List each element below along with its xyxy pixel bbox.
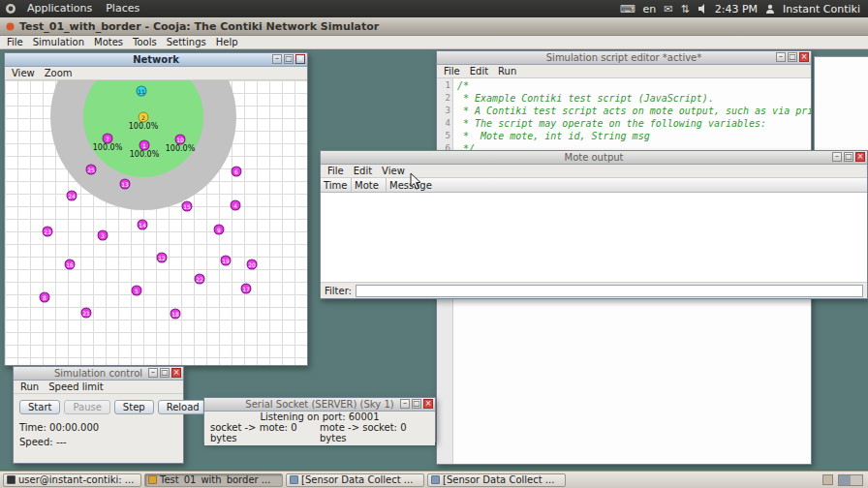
panel-menu-applications[interactable]: Applications [20, 0, 99, 17]
maximize-button[interactable]: □ [412, 399, 421, 409]
workspace-switcher[interactable] [838, 474, 863, 486]
keyboard-layout-label[interactable]: en [643, 3, 657, 15]
reload-button[interactable]: Reload [158, 400, 208, 414]
step-button[interactable]: Step [114, 400, 154, 414]
mote-5[interactable]: 5 [132, 286, 142, 296]
mote-output-table-body[interactable] [321, 193, 867, 282]
mote-3[interactable]: 3 [98, 230, 108, 241]
mote-24[interactable]: 24 [67, 191, 78, 201]
editor-menu-edit[interactable]: Edit [465, 66, 493, 76]
network-menubar: ViewZoom [5, 67, 307, 80]
maximize-button[interactable]: □ [160, 368, 170, 378]
mote-23[interactable]: 23 [43, 227, 53, 237]
code-line-row: 1/* [437, 80, 811, 93]
link-quality-label: 100.0% [93, 143, 123, 152]
network-menu-view[interactable]: View [7, 68, 40, 78]
mote-19[interactable]: 19 [221, 256, 232, 266]
mote-16[interactable]: 16 [65, 259, 76, 270]
mote-4[interactable]: 4 [231, 200, 241, 211]
mote-17[interactable]: 17 [241, 284, 252, 294]
editor-menu-run[interactable]: Run [493, 66, 521, 76]
column-header-time[interactable]: Time [321, 178, 352, 192]
mote-21[interactable]: 21 [81, 308, 92, 319]
simcontrol-menu-run[interactable]: Run [16, 381, 44, 392]
sync-icon[interactable]: ⇅ [680, 3, 689, 15]
mote-10[interactable]: 10 [175, 135, 186, 145]
taskbar-item-4[interactable]: [Sensor Data Collect ... [427, 473, 566, 487]
mote-9[interactable]: 9 [214, 225, 225, 235]
maximize-button[interactable]: □ [788, 52, 797, 62]
filter-input[interactable] [356, 285, 863, 297]
simcontrol-menu-speed-limit[interactable]: Speed limit [44, 381, 108, 392]
close-button[interactable]: × [171, 368, 181, 378]
serial-socket-titlebar[interactable]: Serial Socket (SERVER) (Sky 1) –□× [204, 398, 435, 412]
code-line-row: 2 * Example Contiki test script (JavaScr… [437, 93, 811, 106]
panel-menus: ApplicationsPlaces [20, 0, 146, 17]
cooja-menu-settings[interactable]: Settings [162, 37, 211, 47]
maximize-button[interactable]: □ [284, 54, 294, 64]
close-button[interactable]: × [295, 54, 305, 64]
clock[interactable]: 2:43 PM [715, 3, 758, 15]
taskbar-item-1[interactable]: user@instant-contiki: ... [3, 473, 141, 487]
moteoutput-menu-edit[interactable]: Edit [349, 166, 377, 176]
mote-14[interactable]: 14 [138, 220, 148, 230]
mail-icon[interactable]: ✉ [664, 3, 672, 15]
minimize-button[interactable]: – [776, 52, 786, 62]
moteoutput-menu-file[interactable]: File [323, 166, 349, 176]
mote-6[interactable]: 6 [232, 167, 242, 177]
taskbar-item-3[interactable]: [Sensor Data Collect ... [286, 473, 424, 487]
minimize-button[interactable]: – [272, 54, 282, 64]
mote-2[interactable]: 2 [139, 112, 149, 123]
distro-logo-icon[interactable] [0, 3, 20, 15]
moteoutput-menu-view[interactable]: View [377, 166, 410, 176]
mote-20[interactable]: 20 [247, 259, 258, 270]
close-button[interactable]: × [799, 52, 809, 62]
simulation-control-titlebar[interactable]: Simulation control –□× [14, 367, 183, 381]
script-editor-titlebar[interactable]: Simulation script editor *active* –□× [437, 51, 811, 65]
filter-label: Filter: [325, 286, 352, 296]
taskbar-item-2[interactable]: Test_01_with_border ... [144, 473, 283, 487]
mote-output-titlebar[interactable]: Mote output –□× [321, 151, 867, 165]
panel-menu-places[interactable]: Places [99, 0, 146, 17]
mote-11[interactable]: 11 [137, 86, 147, 97]
cooja-titlebar[interactable]: Test_01_with_border - Cooja: The Contiki… [0, 17, 868, 36]
cooja-menu-tools[interactable]: Tools [128, 37, 162, 47]
mote-output-table-header: TimeMoteMessage [321, 178, 867, 193]
column-header-message[interactable]: Message [387, 178, 867, 192]
cooja-menu-motes[interactable]: Motes [89, 37, 128, 47]
mote-25[interactable]: 25 [86, 165, 97, 175]
mote-22[interactable]: 22 [195, 274, 205, 285]
volume-icon[interactable] [698, 4, 707, 14]
tray-applet-icon[interactable] [822, 474, 833, 485]
mote-7[interactable]: 7 [103, 134, 113, 144]
minimize-button[interactable]: – [832, 152, 842, 162]
keyboard-layout-icon[interactable]: ⌨ [620, 3, 636, 15]
workspace-1[interactable] [839, 475, 851, 485]
mote-12[interactable]: 12 [157, 253, 168, 263]
minimize-button[interactable]: – [400, 399, 410, 409]
column-header-mote[interactable]: Mote [352, 178, 387, 192]
workspace-2[interactable] [851, 475, 862, 485]
close-button[interactable]: × [855, 152, 865, 162]
network-canvas[interactable]: 112100.0%7100.0%1100.0%10100.0%251362415… [5, 80, 307, 365]
maximize-button[interactable]: □ [844, 152, 853, 162]
mote-13[interactable]: 13 [120, 179, 131, 190]
mote-8[interactable]: 8 [40, 292, 50, 303]
cooja-desktop: Simulation script editor *active* –□× Fi… [0, 49, 868, 470]
code-line-text: * Example Contiki test script (JavaScrip… [453, 93, 714, 106]
network-titlebar[interactable]: Network –□× [5, 53, 307, 67]
close-button[interactable]: × [423, 399, 433, 409]
cooja-menu-file[interactable]: File [2, 37, 28, 47]
cooja-menu-help[interactable]: Help [211, 37, 243, 47]
start-button[interactable]: Start [19, 400, 60, 414]
pause-button[interactable]: Pause [64, 400, 109, 414]
minimize-button[interactable]: – [148, 368, 158, 378]
cooja-menu-simulation[interactable]: Simulation [28, 37, 89, 47]
user-menu[interactable]: Instant Contiki [783, 3, 860, 15]
mote-1[interactable]: 1 [140, 140, 150, 151]
mote-15[interactable]: 15 [182, 201, 193, 212]
network-menu-zoom[interactable]: Zoom [40, 68, 78, 78]
mote-18[interactable]: 18 [170, 309, 181, 320]
editor-menu-file[interactable]: File [439, 66, 465, 76]
serial-socket-stats: socket -> mote: 0 bytes mote -> socket: … [204, 422, 435, 445]
